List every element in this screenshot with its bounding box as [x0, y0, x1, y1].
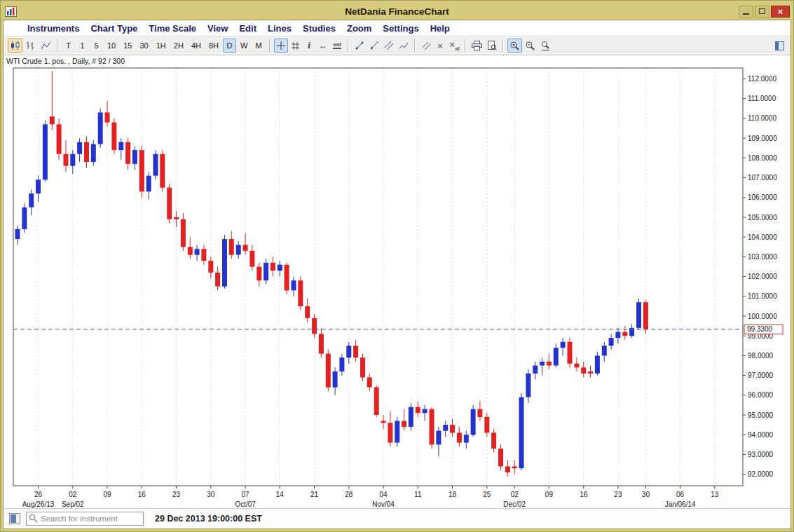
instruments-panel-icon[interactable]: [9, 513, 20, 524]
menu-settings[interactable]: Settings: [377, 22, 424, 35]
svg-text:110.0000: 110.0000: [748, 114, 776, 122]
svg-text:97.0000: 97.0000: [748, 371, 774, 379]
app-window: NetDania FinanceChart × InstrumentsChart…: [0, 0, 794, 532]
svg-text:Nov/04: Nov/04: [372, 500, 395, 508]
svg-text:30: 30: [207, 491, 215, 498]
svg-text:93.0000: 93.0000: [748, 451, 774, 458]
svg-text:102.0000: 102.0000: [748, 273, 777, 280]
svg-text:09: 09: [103, 491, 111, 498]
timeframe-d[interactable]: D: [223, 39, 236, 53]
zoom-tools-group: [507, 39, 553, 53]
svg-text:07: 07: [242, 491, 250, 498]
draw-tools-group: [352, 39, 411, 53]
timeframe-group: T151015301H2H4H8HDWM: [62, 39, 266, 53]
crosshair-icon[interactable]: [274, 39, 288, 53]
ohlc-chart-icon[interactable]: [23, 39, 38, 53]
svg-text:28: 28: [345, 491, 353, 498]
svg-text:96.0000: 96.0000: [748, 391, 774, 399]
timeframe-w[interactable]: W: [237, 39, 251, 53]
menu-studies[interactable]: Studies: [297, 22, 341, 35]
parallel-channel-icon[interactable]: [382, 39, 396, 53]
svg-text:112.0000: 112.0000: [748, 75, 776, 83]
chart-type-group: [8, 39, 53, 53]
timeframe-m[interactable]: M: [252, 39, 265, 53]
timeframe-8h[interactable]: 8H: [205, 39, 222, 53]
timeframe-1h[interactable]: 1H: [153, 39, 170, 53]
menu-instruments[interactable]: Instruments: [22, 22, 85, 35]
svg-text:02: 02: [69, 491, 77, 498]
svg-text:92.0000: 92.0000: [748, 470, 774, 478]
svg-text:Aug/26/13: Aug/26/13: [22, 500, 55, 508]
svg-text:99.3300: 99.3300: [747, 325, 773, 333]
chart-panel[interactable]: WTI Crude 1. pos. , Daily, # 92 / 300 92…: [4, 55, 790, 508]
print-preview-icon[interactable]: [485, 39, 499, 53]
status-bar: 29 Dec 2013 19:00:00 EST: [4, 508, 790, 528]
menu-lines[interactable]: Lines: [262, 22, 297, 35]
timeframe-1[interactable]: 1: [76, 39, 89, 53]
zoom-in-icon[interactable]: [507, 39, 522, 53]
price-chart[interactable]: 92.000093.000094.000095.000096.000097.00…: [5, 67, 789, 508]
bar-spacing-icon[interactable]: ↔: [317, 39, 330, 53]
svg-text:02: 02: [511, 491, 519, 498]
svg-text:100.0000: 100.0000: [748, 313, 777, 320]
menu-edit[interactable]: Edit: [233, 22, 262, 35]
menu-view[interactable]: View: [202, 22, 233, 35]
menu-zoom[interactable]: Zoom: [341, 22, 377, 35]
volume-icon[interactable]: vol: [331, 39, 344, 53]
line-chart-icon[interactable]: [39, 39, 53, 53]
output-tools-group: [470, 39, 499, 53]
timeframe-10[interactable]: 10: [104, 39, 119, 53]
timeframe-30[interactable]: 30: [137, 39, 152, 53]
toolbar: T151015301H2H4H8HDWM i↔vol ××all: [4, 36, 790, 55]
svg-text:09: 09: [545, 491, 554, 498]
toolbar-separator: [465, 39, 466, 52]
svg-text:Jan/06/14: Jan/06/14: [665, 500, 696, 508]
svg-text:14: 14: [276, 491, 285, 498]
menu-help[interactable]: Help: [425, 22, 456, 35]
svg-text:106.0000: 106.0000: [748, 193, 777, 201]
trendline-icon[interactable]: [352, 39, 367, 53]
zoom-out-icon[interactable]: [523, 39, 538, 53]
timeframe-t[interactable]: T: [62, 39, 75, 53]
svg-text:101.0000: 101.0000: [748, 292, 777, 300]
svg-text:111.0000: 111.0000: [748, 95, 776, 102]
menu-bar: InstrumentsChart TypeTime ScaleViewEditL…: [4, 20, 790, 36]
delete-drawing-icon[interactable]: ×: [434, 39, 447, 53]
svg-text:108.0000: 108.0000: [748, 154, 777, 162]
svg-text:06: 06: [676, 491, 685, 498]
ray-line-icon[interactable]: [367, 39, 381, 53]
toolbar-separator: [269, 39, 271, 52]
delete-all-drawings-icon[interactable]: ×all: [448, 39, 462, 53]
search-input[interactable]: [26, 512, 144, 526]
zoom-fit-icon[interactable]: [538, 39, 553, 53]
svg-text:105.0000: 105.0000: [748, 214, 777, 221]
window-title: NetDania FinanceChart: [3, 6, 791, 17]
close-icon[interactable]: ×: [771, 6, 790, 18]
svg-text:109.0000: 109.0000: [748, 135, 777, 142]
maximize-icon[interactable]: [755, 6, 769, 18]
search-icon: [28, 513, 39, 524]
title-bar[interactable]: NetDania FinanceChart ×: [3, 3, 791, 20]
candlestick-chart-icon[interactable]: [8, 39, 22, 53]
info-icon[interactable]: i: [303, 39, 316, 53]
timeframe-15[interactable]: 15: [120, 39, 135, 53]
menu-chart-type[interactable]: Chart Type: [85, 22, 143, 35]
collapse-sidebar-icon[interactable]: [773, 39, 786, 53]
timeframe-5[interactable]: 5: [90, 39, 103, 53]
toolbar-separator: [502, 39, 504, 52]
timeframe-4h[interactable]: 4H: [188, 39, 205, 53]
toolbar-separator: [414, 39, 416, 52]
svg-text:21: 21: [310, 491, 319, 498]
menu-time-scale[interactable]: Time Scale: [143, 22, 202, 35]
print-icon[interactable]: [470, 39, 484, 53]
grid-icon[interactable]: [289, 39, 302, 53]
svg-text:25: 25: [483, 491, 491, 498]
svg-text:98.0000: 98.0000: [748, 352, 774, 360]
svg-text:16: 16: [138, 491, 146, 498]
measure-icon[interactable]: [419, 39, 433, 53]
instrument-label: WTI Crude 1. pos. , Daily, # 92 / 300: [4, 55, 790, 67]
timeframe-2h[interactable]: 2H: [170, 39, 187, 53]
svg-text:Oct/07: Oct/07: [235, 500, 256, 508]
polyline-icon[interactable]: [397, 39, 411, 53]
minimize-icon[interactable]: [739, 6, 753, 18]
